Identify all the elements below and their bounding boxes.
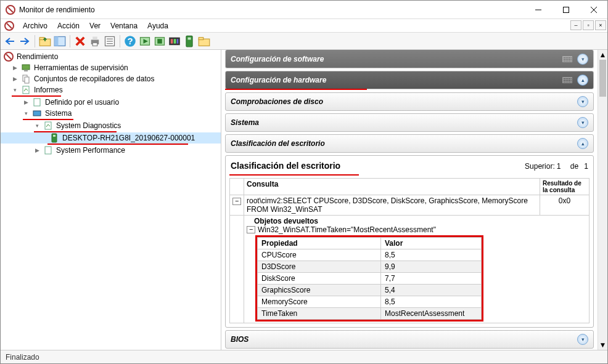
tree-monitoring-tools[interactable]: ▶ Herramientas de supervisión bbox=[1, 62, 221, 73]
window-title: Monitor de rendimiento bbox=[19, 6, 524, 14]
tree-system[interactable]: ▾ Sistema bbox=[1, 108, 221, 119]
value-cell: 7,7 bbox=[381, 273, 482, 285]
svg-rect-14 bbox=[92, 42, 97, 46]
content-scroll[interactable]: Configuración de software ▾ Configuració… bbox=[221, 50, 598, 350]
chevron-down-icon[interactable]: ▾ bbox=[577, 54, 588, 65]
maximize-button[interactable] bbox=[552, 1, 580, 18]
mdi-restore-button[interactable]: ▫ bbox=[583, 20, 594, 30]
print-button[interactable] bbox=[88, 34, 102, 48]
section-bar-desktop-classification[interactable]: Clasificación del escritorio ▴ bbox=[225, 134, 594, 153]
scroll-down-button[interactable]: ▼ bbox=[598, 340, 607, 350]
svg-rect-24 bbox=[157, 39, 162, 44]
tool-button-a[interactable] bbox=[138, 34, 152, 48]
toolbar: ? bbox=[1, 33, 607, 50]
forward-button[interactable] bbox=[18, 34, 31, 48]
tool-button-d[interactable] bbox=[183, 34, 196, 48]
highlight-line bbox=[225, 89, 367, 90]
tree-system-diagnostics[interactable]: ▾ System Diagnostics bbox=[1, 120, 221, 131]
chevron-down-icon[interactable]: ▾ bbox=[577, 96, 588, 107]
expand-icon[interactable]: ▶ bbox=[33, 146, 41, 155]
section-bar-bios[interactable]: BIOS ▾ bbox=[225, 330, 594, 349]
tool-button-c[interactable] bbox=[168, 34, 181, 48]
back-button[interactable] bbox=[3, 34, 17, 48]
minimize-button[interactable] bbox=[524, 1, 552, 18]
tool-button-e[interactable] bbox=[197, 34, 211, 48]
tree-root[interactable]: Rendimiento bbox=[1, 51, 221, 62]
menu-help[interactable]: Ayuda bbox=[142, 20, 173, 31]
collapse-icon[interactable]: ▾ bbox=[33, 121, 41, 130]
collapse-icon[interactable]: ▾ bbox=[22, 109, 30, 118]
scroll-thumb[interactable] bbox=[599, 60, 606, 97]
result-cell: 0x0 bbox=[540, 195, 590, 216]
svg-rect-35 bbox=[22, 65, 30, 70]
show-hide-tree-button[interactable] bbox=[53, 34, 67, 48]
property-cell: TimeTaken bbox=[258, 308, 381, 320]
chevron-down-icon[interactable]: ▾ bbox=[577, 117, 588, 128]
tree-label: Informes bbox=[33, 86, 64, 94]
toolbar-separator bbox=[120, 35, 120, 47]
tool-button-b[interactable] bbox=[153, 34, 166, 48]
property-cell: MemoryScore bbox=[258, 296, 381, 308]
tree-label: Sistema bbox=[44, 109, 73, 118]
chevron-up-icon[interactable]: ▴ bbox=[577, 75, 588, 86]
svg-rect-30 bbox=[188, 37, 191, 39]
scroll-track[interactable] bbox=[598, 60, 607, 340]
section-title: Configuración de software bbox=[231, 55, 324, 63]
tree-report-entry[interactable]: DESKTOP-RH21G8I_20190627-000001 bbox=[1, 132, 221, 144]
menu-window[interactable]: Ventana bbox=[105, 20, 142, 31]
chevron-down-icon[interactable]: ▾ bbox=[577, 334, 588, 345]
tree-system-performance[interactable]: ▶ System Performance bbox=[1, 145, 221, 156]
th-result: Resultado de la consulta bbox=[540, 179, 590, 195]
svg-rect-44 bbox=[53, 135, 55, 137]
tree-collectors[interactable]: ▶ Conjuntos de recopiladores de datos bbox=[1, 73, 221, 84]
close-button[interactable] bbox=[580, 1, 607, 18]
pager-current: 1 bbox=[557, 162, 561, 171]
expand-icon[interactable]: ▶ bbox=[10, 75, 19, 83]
tree-reports[interactable]: ▾ Informes bbox=[1, 84, 221, 95]
delete-button[interactable] bbox=[73, 34, 87, 48]
section-bar-system[interactable]: Sistema ▾ bbox=[225, 113, 594, 132]
tree-label: Herramientas de supervisión bbox=[33, 63, 129, 72]
expand-icon[interactable]: ▶ bbox=[22, 98, 30, 107]
menu-file[interactable]: Archivo bbox=[18, 20, 52, 31]
th-property: Propiedad bbox=[258, 238, 381, 249]
properties-button[interactable] bbox=[103, 34, 117, 48]
pager-total: 1 bbox=[584, 162, 588, 171]
pager-of: de bbox=[570, 162, 578, 171]
collapse-icon[interactable]: ▾ bbox=[10, 86, 19, 94]
mdi-minimize-button[interactable]: – bbox=[570, 20, 581, 30]
tree-panel[interactable]: Rendimiento ▶ Herramientas de supervisió… bbox=[1, 50, 221, 350]
tree-system-group: ▾ Sistema bbox=[1, 108, 221, 120]
section-bar-disk-checks[interactable]: Comprobaciones de disco ▾ bbox=[225, 92, 594, 111]
section-title: Configuración de hardware bbox=[231, 76, 326, 84]
folder-up-button[interactable] bbox=[38, 34, 52, 48]
reports-icon bbox=[21, 85, 31, 95]
collectors-icon bbox=[21, 74, 31, 84]
scroll-up-button[interactable]: ▲ bbox=[598, 50, 607, 60]
svg-rect-3 bbox=[563, 7, 569, 12]
collapse-toggle[interactable]: − bbox=[247, 226, 255, 233]
expand-icon[interactable]: ▶ bbox=[10, 63, 19, 72]
toolbar-separator bbox=[70, 35, 70, 47]
collapse-toggle[interactable]: − bbox=[232, 198, 241, 205]
menubar: Archivo Acción Ver Ventana Ayuda – ▫ × bbox=[1, 19, 607, 33]
help-button[interactable]: ? bbox=[123, 34, 137, 48]
chevron-up-icon[interactable]: ▴ bbox=[577, 138, 588, 149]
svg-rect-26 bbox=[171, 39, 173, 44]
app-icon bbox=[6, 5, 15, 15]
mdi-close-button[interactable]: × bbox=[595, 20, 606, 30]
section-bar-software-config[interactable]: Configuración de software ▾ bbox=[225, 50, 594, 68]
svg-rect-38 bbox=[25, 77, 29, 83]
scrollbar[interactable]: ▲ ▼ bbox=[598, 50, 607, 350]
toolbar-separator bbox=[35, 35, 35, 47]
svg-rect-42 bbox=[45, 122, 51, 129]
section-bar-hardware-config[interactable]: Configuración de hardware ▴ bbox=[225, 71, 594, 89]
tree-label: Definido por el usuario bbox=[44, 98, 120, 107]
value-cell: 8,5 bbox=[381, 249, 482, 261]
table-row: MemoryScore8,5 bbox=[258, 296, 482, 308]
menu-view[interactable]: Ver bbox=[84, 20, 105, 31]
table-row: CPUScore8,5 bbox=[258, 249, 482, 261]
menu-action[interactable]: Acción bbox=[52, 20, 84, 31]
mdi-controls: – ▫ × bbox=[569, 20, 606, 30]
tree-user-defined[interactable]: ▶ Definido por el usuario bbox=[1, 97, 221, 108]
